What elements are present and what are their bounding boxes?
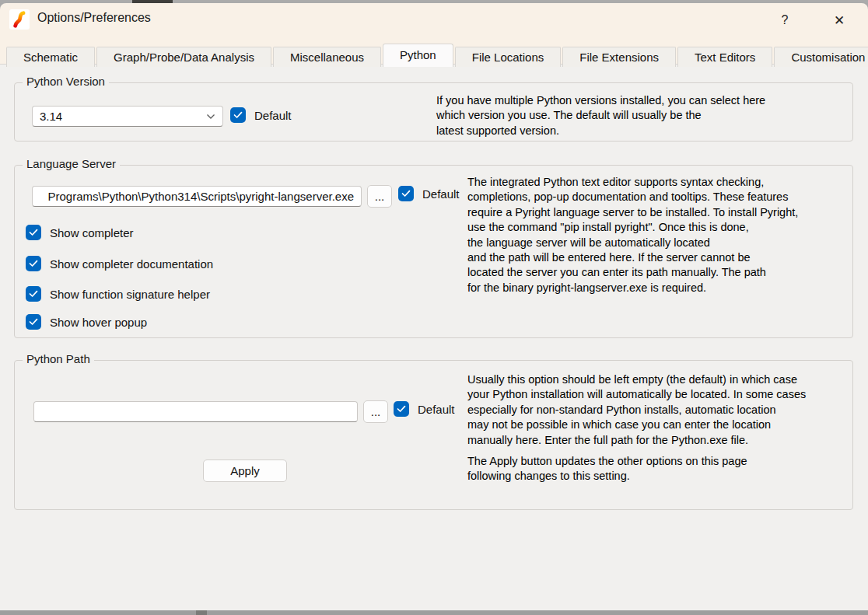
tab-python[interactable]: Python — [383, 44, 453, 67]
language-server-group: Language Server Programs\Python\Python31… — [14, 165, 853, 338]
python-version-combobox[interactable]: 3.14 — [32, 106, 223, 127]
tab-graph-probe-data-analysis[interactable]: Graph/Probe/Data Analysis — [96, 47, 271, 67]
desktop-edge-bottom — [0, 610, 868, 615]
tab-schematic[interactable]: Schematic — [6, 47, 95, 67]
python-path-description-2: The Apply button updates the other optio… — [467, 454, 747, 484]
show-hover-popup-label: Show hover popup — [50, 316, 147, 329]
python-path-default-row: Default — [394, 401, 455, 417]
show-function-signature-helper-row: Show function signature helper — [26, 286, 210, 302]
show-completer-documentation-checkbox[interactable] — [26, 256, 41, 271]
language-server-default-label: Default — [422, 187, 460, 201]
window-title: Options/Preferences — [37, 11, 151, 25]
show-completer-documentation-row: Show completer documentation — [26, 256, 213, 271]
show-hover-popup-row: Show hover popup — [26, 314, 147, 330]
show-completer-label: Show completer — [50, 226, 134, 239]
tab-text-editors[interactable]: Text Editors — [677, 47, 772, 67]
language-server-path-input[interactable]: Programs\Python\Python314\Scripts\pyrigh… — [32, 186, 362, 207]
options-preferences-dialog: Options/Preferences ? ✕ Schematic Graph/… — [0, 3, 868, 610]
python-path-group-title: Python Path — [23, 352, 94, 365]
python-path-group: Python Path ... Default Apply Usually th… — [14, 360, 853, 510]
close-icon[interactable]: ✕ — [828, 9, 851, 31]
check-icon — [233, 111, 243, 119]
python-version-default-row: Default — [230, 107, 292, 123]
python-version-group: Python Version 3.14 Default If you have … — [14, 82, 853, 142]
tab-miscellaneous[interactable]: Miscellaneous — [273, 47, 381, 67]
language-server-path-value: Programs\Python\Python314\Scripts\pyrigh… — [47, 190, 354, 203]
python-tab-content: Python Version 3.14 Default If you have … — [0, 64, 868, 610]
python-version-value: 3.14 — [40, 110, 62, 123]
python-version-group-title: Python Version — [23, 75, 109, 88]
check-icon — [29, 229, 38, 236]
title-bar[interactable]: Options/Preferences ? ✕ — [0, 3, 868, 36]
python-version-default-label: Default — [254, 109, 292, 122]
tab-file-extensions[interactable]: File Extensions — [562, 47, 676, 67]
python-version-description: If you have multiple Python versions ins… — [436, 93, 765, 138]
python-path-default-checkbox[interactable] — [394, 401, 409, 417]
show-function-signature-helper-checkbox[interactable] — [26, 286, 41, 302]
language-server-description: The integrated Python text editor suppor… — [467, 175, 798, 295]
tab-bar: Schematic Graph/Probe/Data Analysis Misc… — [6, 44, 868, 67]
show-hover-popup-checkbox[interactable] — [26, 314, 41, 330]
app-logo-icon — [9, 9, 30, 30]
apply-button[interactable]: Apply — [203, 460, 287, 482]
show-function-signature-helper-label: Show function signature helper — [50, 288, 210, 301]
check-icon — [397, 405, 406, 413]
python-path-browse-button[interactable]: ... — [363, 400, 388, 423]
tab-customisation[interactable]: Customisation — [774, 47, 868, 67]
show-completer-row: Show completer — [26, 225, 134, 240]
python-path-description: Usually this option should be left empty… — [467, 372, 806, 448]
language-server-group-title: Language Server — [23, 157, 120, 170]
language-server-browse-button[interactable]: ... — [367, 185, 392, 208]
tab-file-locations[interactable]: File Locations — [455, 47, 562, 67]
python-version-default-checkbox[interactable] — [230, 107, 246, 123]
background-app-sliver-bottom — [196, 610, 207, 615]
check-icon — [29, 260, 38, 267]
language-server-default-row: Default — [398, 186, 460, 201]
python-path-default-label: Default — [418, 403, 455, 416]
help-button[interactable]: ? — [773, 9, 796, 31]
check-icon — [29, 290, 38, 298]
check-icon — [401, 190, 411, 197]
chevron-down-icon — [206, 114, 215, 120]
language-server-default-checkbox[interactable] — [398, 186, 414, 201]
python-path-input[interactable] — [33, 401, 358, 422]
check-icon — [29, 318, 38, 326]
show-completer-documentation-label: Show completer documentation — [50, 257, 213, 271]
show-completer-checkbox[interactable] — [26, 225, 41, 240]
